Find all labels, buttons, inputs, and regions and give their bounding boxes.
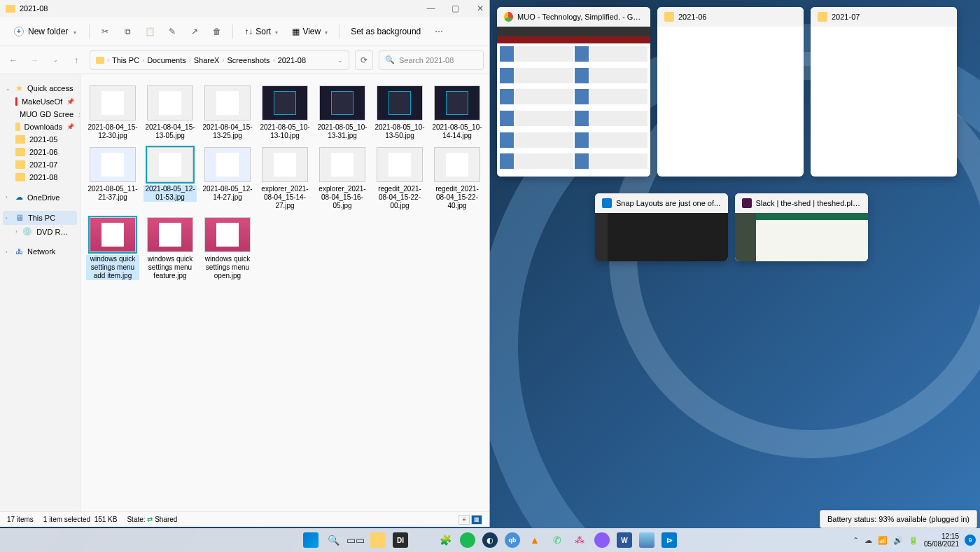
file-item[interactable]: explorer_2021-08-04_15-16-05.jpg (316, 147, 369, 210)
sidebar-item[interactable]: Downloads📌 (3, 120, 77, 133)
breadcrumb-segment[interactable]: ShareX (194, 56, 220, 64)
new-folder-button[interactable]: + New folder (8, 24, 82, 39)
wifi-icon[interactable]: 📶 (878, 536, 888, 545)
back-button[interactable]: ← (6, 55, 21, 65)
extension-icon[interactable]: 🧩 (438, 532, 453, 548)
onedrive[interactable]: ›☁ OneDrive (3, 191, 77, 204)
vlc-icon[interactable]: ▲ (527, 532, 542, 548)
sidebar-item[interactable]: 2021-07 (3, 158, 77, 171)
file-item[interactable]: windows quick settings menu open.jpg (201, 217, 254, 280)
start-button[interactable] (303, 532, 318, 548)
file-item[interactable]: 2021-08-04_15-13-25.jpg (201, 85, 254, 140)
file-item[interactable]: 2021-08-05_10-14-14.jpg (430, 85, 484, 140)
file-item[interactable]: 2021-08-04_15-13-05.jpg (144, 85, 197, 140)
steam-icon[interactable]: ◐ (482, 532, 498, 548)
word-icon[interactable]: W (617, 532, 632, 548)
titlebar[interactable]: 2021-08 — ▢ ✕ (0, 0, 489, 17)
sidebar-item[interactable]: 2021-06 (3, 146, 77, 158)
details-view-button[interactable]: ≡ (458, 515, 470, 525)
system-tray: ⌃ ☁ 📶 🔊 🔋 12:15 05/08/2021 9 (853, 532, 976, 548)
search-icon: 🔍 (385, 55, 395, 64)
slack-icon[interactable]: ⁂ (572, 532, 587, 548)
notification-badge[interactable]: 9 (965, 534, 976, 546)
qbittorrent-icon[interactable]: qb (505, 532, 520, 548)
network[interactable]: ›🖧 Network (3, 245, 77, 258)
podcast-icon[interactable] (594, 532, 610, 548)
file-grid[interactable]: 2021-08-04_15-12-30.jpg2021-08-04_15-13-… (80, 74, 489, 511)
dvd-drive[interactable]: ›💿 DVD RW Drive (D:) A (3, 225, 77, 238)
file-item[interactable]: 2021-08-05_10-13-50.jpg (373, 85, 426, 140)
file-item[interactable]: 2021-08-05_10-13-31.jpg (316, 85, 369, 140)
set-background-button[interactable]: Set as background (346, 24, 425, 39)
snap-thumbnail[interactable]: MUO - Technology, Simplified. - Goog... (497, 7, 650, 177)
sidebar-item[interactable]: MakeUseOf📌 (3, 95, 77, 108)
minimize-button[interactable]: — (427, 5, 435, 13)
file-item[interactable]: 2021-08-05_12-01-53.jpg (144, 147, 197, 210)
item-count: 17 items (7, 516, 34, 523)
cut-button[interactable]: ✂ (97, 23, 113, 40)
search-input[interactable]: 🔍 Search 2021-08 (379, 50, 484, 70)
address-bar[interactable]: › This PC›Documents›ShareX›Screenshots›2… (90, 50, 349, 70)
recent-button[interactable]: ⌄ (48, 57, 63, 63)
snap-thumbnail[interactable]: Snap Layouts are just one of... (595, 193, 728, 261)
battery-icon[interactable]: 🔋 (909, 536, 918, 545)
taskbar: 🔍 ▭▭ DI 🧩 ◐ qb ▲ ✆ ⁂ W ⊳ ⌃ ☁ 📶 🔊 🔋 12:15… (0, 528, 980, 552)
quick-access[interactable]: ⌄★ Quick access (3, 81, 77, 95)
file-item[interactable]: windows quick settings menu add item.jpg (86, 217, 139, 280)
app-icon[interactable]: DI (393, 532, 408, 548)
refresh-button[interactable]: ⟳ (355, 50, 373, 70)
snap-thumbnail[interactable]: 2021-07 (811, 7, 957, 177)
file-item[interactable]: 2021-08-05_12-14-27.jpg (201, 147, 254, 210)
delete-button[interactable]: 🗑 (209, 23, 225, 40)
file-item[interactable]: explorer_2021-08-04_15-14-27.jpg (258, 147, 312, 210)
window-title: 2021-08 (20, 4, 48, 13)
selected-count: 1 item selected 151 KB (43, 516, 118, 523)
maximize-button[interactable]: ▢ (451, 5, 459, 13)
volume-icon[interactable]: 🔊 (893, 536, 903, 545)
vscode-icon[interactable]: ⊳ (662, 532, 677, 548)
breadcrumb-segment[interactable]: 2021-08 (278, 56, 306, 64)
snap-thumbnail[interactable]: Slack | the-shed | theshed.place (735, 193, 868, 261)
thumbnails-view-button[interactable]: ▦ (471, 515, 482, 525)
this-pc[interactable]: ›🖥 This PC (3, 211, 77, 225)
forward-button[interactable]: → (27, 55, 42, 65)
share-button[interactable]: ↗ (186, 23, 203, 40)
spotify-icon[interactable] (460, 532, 475, 548)
whatsapp-icon[interactable]: ✆ (550, 532, 565, 548)
state: State: ⇄ Shared (127, 516, 177, 523)
clock[interactable]: 12:15 05/08/2021 (924, 532, 959, 548)
copy-button[interactable]: ⧉ (119, 23, 136, 40)
paste-button[interactable]: 📋 (141, 23, 158, 40)
breadcrumb-segment[interactable]: Documents (147, 56, 186, 64)
file-item[interactable]: 2021-08-05_10-13-10.jpg (258, 85, 312, 140)
file-item[interactable]: windows quick settings menu feature.jpg (144, 217, 197, 280)
file-item[interactable]: regedit_2021-08-04_15-22-00.jpg (373, 147, 426, 210)
file-item[interactable]: 2021-08-04_15-12-30.jpg (86, 85, 139, 140)
close-button[interactable]: ✕ (476, 5, 484, 13)
status-bar: 17 items 1 item selected 151 KB State: ⇄… (0, 511, 489, 527)
folder-icon (96, 57, 104, 64)
toolbar: + New folder ✂ ⧉ 📋 ✎ ↗ 🗑 ↑↓ Sort ▦ View … (0, 17, 489, 46)
chrome-icon[interactable] (415, 532, 430, 548)
task-view-button[interactable]: ▭▭ (348, 532, 363, 548)
up-button[interactable]: ↑ (69, 55, 84, 65)
file-item[interactable]: 2021-08-05_11-21-37.jpg (86, 147, 139, 210)
rename-button[interactable]: ✎ (164, 23, 181, 40)
more-button[interactable]: ⋯ (430, 23, 447, 40)
search-button[interactable]: 🔍 (326, 532, 341, 548)
image-app-icon[interactable] (639, 532, 654, 548)
sidebar-item[interactable]: MUO GD Scree📌 (3, 108, 77, 120)
sort-button[interactable]: ↑↓ Sort (240, 24, 282, 39)
snap-thumbnail[interactable]: 2021-06 (657, 7, 804, 177)
explorer-taskbar-icon[interactable] (370, 532, 386, 548)
sidebar-item[interactable]: 2021-05 (3, 133, 77, 146)
view-button[interactable]: ▦ View (288, 24, 332, 39)
tray-chevron[interactable]: ⌃ (853, 536, 859, 545)
breadcrumb-segment[interactable]: This PC (112, 56, 139, 64)
sidebar-item[interactable]: 2021-08 (3, 171, 77, 184)
breadcrumb-segment[interactable]: Screenshots (227, 56, 270, 64)
plus-icon: + (14, 27, 24, 36)
onedrive-tray-icon[interactable]: ☁ (864, 536, 872, 545)
sort-icon: ↑↓ (244, 27, 253, 36)
file-item[interactable]: regedit_2021-08-04_15-22-40.jpg (430, 147, 484, 210)
